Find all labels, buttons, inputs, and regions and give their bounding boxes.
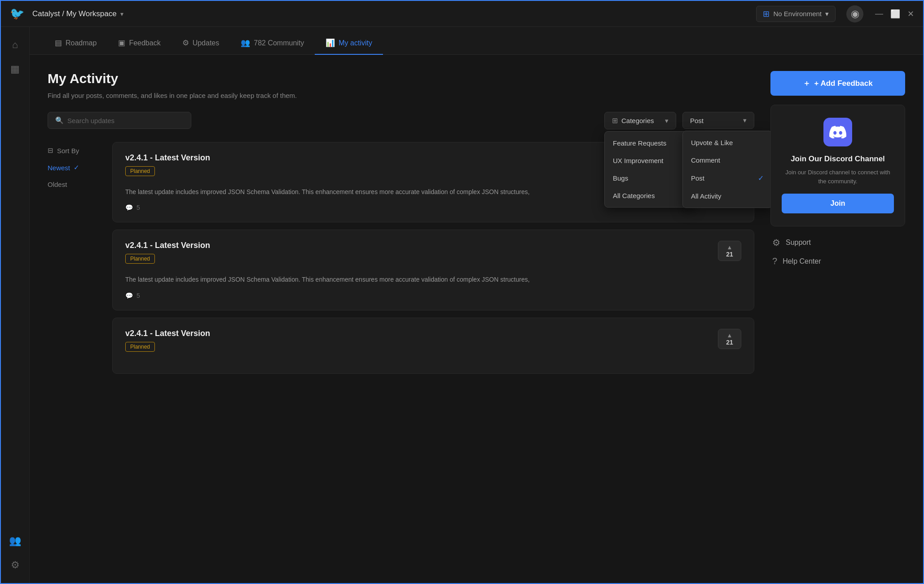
main-layout: ⌂ ▦ 👥 ⚙ ▤ Roadmap ▣ Fe bbox=[1, 27, 923, 583]
add-feedback-button[interactable]: ＋ + Add Feedback bbox=[770, 71, 905, 96]
app-logo-icon: 🐦 bbox=[10, 7, 24, 21]
post-menu: Upvote & Like Comment Post ✓ bbox=[682, 131, 770, 208]
post-label: Post bbox=[690, 117, 704, 124]
right-panel: ＋ + Add Feedback Join Our Discord Channe… bbox=[770, 71, 905, 572]
content-body: My Activity Find all your posts, comment… bbox=[30, 55, 923, 583]
check-icon: ✓ bbox=[758, 174, 764, 182]
categories-option-all[interactable]: All Categories bbox=[605, 187, 694, 204]
post-dropdown-container: Post ▾ Upvote & Like Comment bbox=[682, 112, 754, 129]
search-box[interactable]: 🔍 bbox=[48, 112, 191, 129]
plus-icon: ＋ bbox=[803, 78, 810, 88]
option-label: All Categories bbox=[613, 192, 655, 199]
tab-my-activity-label: My activity bbox=[339, 39, 372, 47]
tab-updates[interactable]: ⚙ Updates bbox=[172, 38, 230, 55]
window-controls: — ⬜ ✕ bbox=[875, 9, 914, 19]
tab-community[interactable]: 👥 782 Community bbox=[230, 38, 315, 55]
search-input[interactable] bbox=[67, 117, 184, 124]
card-badge: Planned bbox=[125, 254, 155, 264]
post-option-all-activity[interactable]: All Activity bbox=[683, 187, 770, 205]
layers-icon: ⊞ bbox=[763, 9, 770, 19]
team-icon: 👥 bbox=[9, 535, 21, 547]
user-avatar[interactable]: ◉ bbox=[846, 5, 863, 22]
tab-bar: ▤ Roadmap ▣ Feedback ⚙ Updates 👥 782 Com… bbox=[30, 27, 923, 55]
discord-text: Join our Discord channel to connect with… bbox=[782, 168, 894, 186]
tab-feedback[interactable]: ▣ Feedback bbox=[107, 38, 171, 55]
post-option-upvote[interactable]: Upvote & Like bbox=[683, 134, 770, 151]
minimize-button[interactable]: — bbox=[875, 9, 883, 19]
tab-my-activity[interactable]: 📊 My activity bbox=[315, 38, 383, 55]
filters-row: 🔍 ⊞ Categories ▾ bbox=[48, 112, 754, 129]
page-subtitle: Find all your posts, comments, and likes… bbox=[48, 92, 754, 99]
card-title: v2.4.1 - Latest Version bbox=[125, 241, 210, 250]
sort-option-oldest[interactable]: Oldest bbox=[48, 179, 101, 190]
sidebar-item-settings[interactable]: ⚙ bbox=[5, 555, 25, 575]
help-center-label: Help Center bbox=[783, 257, 821, 265]
comment-icon: 💬 bbox=[125, 292, 133, 299]
tab-roadmap[interactable]: ▤ Roadmap bbox=[44, 38, 107, 55]
feedback-card: v2.4.1 - Latest Version Planned ▲ 21 The… bbox=[112, 230, 754, 310]
categories-option-feature-requests[interactable]: Feature Requests bbox=[605, 134, 694, 152]
comment-count: 5 bbox=[136, 204, 140, 211]
updates-tab-icon: ⚙ bbox=[182, 38, 189, 48]
option-label: Feature Requests bbox=[613, 139, 666, 147]
app-shell: 🐦 Catalyst / My Workspace ▾ ⊞ No Environ… bbox=[0, 0, 924, 584]
sidebar-item-dashboard[interactable]: ▦ bbox=[5, 59, 25, 79]
discord-card: Join Our Discord Channel Join our Discor… bbox=[770, 105, 905, 226]
help-center-link[interactable]: ? Help Center bbox=[772, 256, 905, 266]
categories-chevron-icon: ▾ bbox=[665, 117, 669, 125]
sidebar-item-team[interactable]: 👥 bbox=[5, 531, 25, 551]
add-feedback-label: + Add Feedback bbox=[814, 79, 872, 88]
support-link[interactable]: ⚙ Support bbox=[772, 237, 905, 248]
categories-option-bugs[interactable]: Bugs bbox=[605, 169, 694, 187]
support-label: Support bbox=[786, 239, 811, 247]
community-tab-icon: 👥 bbox=[241, 38, 250, 48]
upvote-arrow-icon: ▲ bbox=[727, 244, 733, 251]
option-label: Post bbox=[691, 174, 704, 182]
environment-selector[interactable]: ⊞ No Environment ▾ bbox=[756, 6, 836, 22]
post-chevron-icon: ▾ bbox=[743, 116, 747, 124]
sort-sidebar: ⊟ Sort By Newest ✓ Oldest bbox=[48, 142, 101, 190]
sidebar: ⌂ ▦ 👥 ⚙ bbox=[1, 27, 30, 583]
post-option-post[interactable]: Post ✓ bbox=[683, 169, 770, 187]
post-option-comment[interactable]: Comment bbox=[683, 151, 770, 169]
card-badge: Planned bbox=[125, 342, 155, 352]
user-icon: ◉ bbox=[851, 8, 859, 20]
titlebar: 🐦 Catalyst / My Workspace ▾ ⊞ No Environ… bbox=[1, 1, 923, 27]
workspace-selector[interactable]: Catalyst / My Workspace ▾ bbox=[32, 9, 123, 18]
categories-dropdown-button[interactable]: ⊞ Categories ▾ bbox=[604, 112, 676, 129]
card-title: v2.4.1 - Latest Version bbox=[125, 153, 210, 163]
sort-by-label: ⊟ Sort By bbox=[48, 146, 93, 155]
card-badge: Planned bbox=[125, 166, 155, 176]
sort-newest-check-icon: ✓ bbox=[74, 164, 79, 172]
maximize-button[interactable]: ⬜ bbox=[890, 9, 900, 19]
home-icon: ⌂ bbox=[12, 39, 18, 51]
vote-count: 21 bbox=[726, 339, 733, 346]
comment-icon: 💬 bbox=[125, 204, 133, 211]
option-label: All Activity bbox=[691, 192, 722, 200]
vote-count: 21 bbox=[726, 251, 733, 258]
post-dropdown-button[interactable]: Post ▾ bbox=[682, 112, 754, 129]
vote-box[interactable]: ▲ 21 bbox=[718, 241, 741, 261]
close-button[interactable]: ✕ bbox=[907, 9, 914, 19]
workspace-chevron-icon: ▾ bbox=[120, 10, 123, 18]
tab-updates-label: Updates bbox=[193, 39, 220, 47]
option-label: Bugs bbox=[613, 174, 628, 182]
support-icon: ⚙ bbox=[772, 237, 780, 248]
vote-box[interactable]: ▲ 21 bbox=[718, 329, 741, 349]
discord-icon bbox=[823, 118, 852, 146]
workspace-label: Catalyst / My Workspace bbox=[32, 9, 117, 18]
tab-roadmap-label: Roadmap bbox=[66, 39, 97, 47]
card-header: v2.4.1 - Latest Version Planned ▲ 21 bbox=[125, 329, 741, 358]
environment-label: No Environment bbox=[773, 10, 822, 18]
discord-join-button[interactable]: Join bbox=[782, 194, 894, 213]
tab-feedback-label: Feedback bbox=[129, 39, 160, 47]
sort-option-newest[interactable]: Newest ✓ bbox=[48, 162, 101, 173]
sidebar-item-home[interactable]: ⌂ bbox=[5, 35, 25, 55]
categories-option-ux-improvement[interactable]: UX Improvement bbox=[605, 152, 694, 169]
card-text: The latest update includes improved JSON… bbox=[125, 274, 741, 284]
tab-community-label: 782 Community bbox=[254, 39, 304, 47]
option-label: Comment bbox=[691, 156, 720, 164]
comment-count: 5 bbox=[136, 292, 140, 299]
option-label: UX Improvement bbox=[613, 157, 664, 164]
categories-menu: Feature Requests UX Improvement Bugs All… bbox=[604, 131, 694, 208]
